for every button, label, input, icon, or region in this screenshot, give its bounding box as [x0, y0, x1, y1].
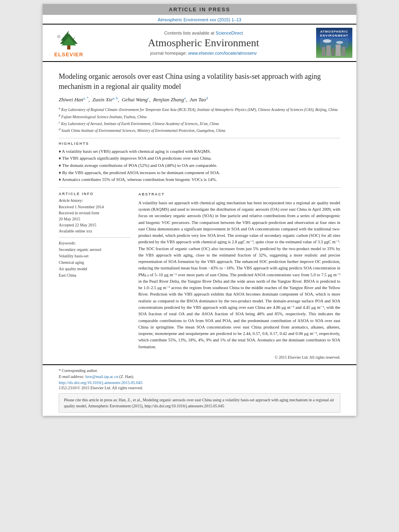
science-direct-prefix: Contents lists available at [164, 31, 216, 35]
article-info-label: ARTICLE INFO [59, 192, 131, 196]
journal-center: Contents lists available at ScienceDirec… [95, 31, 312, 55]
author-2: Zuxin Xie [93, 97, 113, 103]
author-4-sup: a [184, 96, 186, 100]
keyword-5: East China [59, 272, 131, 279]
journal-ref-text: Atmospheric Environment xxx (2015) 1–13 [158, 17, 241, 22]
corresponding-note: * Corresponding author. [59, 368, 340, 373]
two-column-section: ARTICLE INFO Article history: Received 1… [59, 187, 340, 361]
page: ARTICLE IN PRESS Atmospheric Environment… [43, 4, 356, 416]
journal-title-header: Atmospheric Environment [95, 37, 312, 49]
journal-ref: Atmospheric Environment xxx (2015) 1–13 [43, 15, 356, 24]
divider-1 [59, 237, 131, 238]
author-1-sup: a, * [83, 96, 88, 100]
author-1: Zhiwei Han [59, 97, 83, 103]
affil-2: b Fujian Meteorological Science Institut… [59, 113, 340, 120]
svg-point-15 [336, 41, 343, 44]
svg-rect-12 [336, 45, 341, 56]
homepage-prefix: journal homepage: [150, 51, 188, 55]
homepage-url[interactable]: www.elsevier.com/locate/atmosenv [188, 51, 257, 55]
citation-box: Please cite this article in press as: Ha… [59, 393, 340, 413]
elsevier-logo: ELSEVIER [47, 29, 91, 58]
highlight-1: A volatility basis set (VBS) approach wi… [59, 148, 340, 155]
atm-logo-line1: ATMOSPHERIC [320, 30, 348, 34]
abstract-paragraph: A volatility basis set approach with che… [138, 200, 340, 350]
affil-1: a Key Laboratory of Regional Climate–Env… [59, 106, 340, 113]
corresponding-label: * Corresponding author. [59, 368, 98, 373]
keyword-1: Secondary organic aerosol [59, 246, 131, 253]
svg-rect-11 [332, 48, 335, 56]
highlights-section: HIGHLIGHTS A volatility basis set (VBS) … [59, 138, 340, 183]
history-revised-date: 20 May 2015 [59, 216, 131, 222]
banner-text: ARTICLE IN PRESS [169, 6, 230, 12]
elsevier-label: ELSEVIER [54, 51, 83, 58]
svg-rect-13 [342, 47, 346, 56]
highlight-5: Aromatics contributes 55% of SOA, wherea… [59, 176, 340, 183]
atm-logo-text: ATMOSPHERIC ENVIRONMENT [320, 30, 348, 38]
science-direct-line: Contents lists available at ScienceDirec… [95, 31, 312, 35]
citation-text: Please cite this article in press as: Ha… [64, 398, 334, 408]
issn-line: 1352-2310/© 2015 Elsevier Ltd. All right… [59, 386, 340, 390]
highlight-3: The domain average contributions of POA … [59, 162, 340, 169]
keywords-list: Secondary organic aerosol Volatility bas… [59, 246, 131, 279]
affil-3: c Key Laboratory of Aerosol, Institute o… [59, 120, 340, 127]
science-direct-link[interactable]: ScienceDirect [216, 31, 243, 35]
atmospheric-environment-logo: ATMOSPHERIC ENVIRONMENT [316, 28, 352, 58]
author-3: Gehui Wang [122, 97, 148, 103]
journal-homepage-line: journal homepage: www.elsevier.com/locat… [95, 51, 312, 55]
keyword-4: Air quality model [59, 266, 131, 272]
highlights-list: A volatility basis set (VBS) approach wi… [59, 148, 340, 183]
elsevier-tree-icon [53, 29, 85, 51]
keyword-2: Volatility basis-set [59, 253, 131, 259]
author-5: Jun Tao [189, 97, 206, 103]
atm-logo-line2: ENVIRONMENT [320, 34, 348, 38]
email-prefix: E-mail address: [59, 374, 85, 379]
highlights-label: HIGHLIGHTS [59, 142, 340, 146]
svg-point-6 [57, 35, 60, 38]
keyword-3: Chemical aging [59, 259, 131, 266]
atm-env-illustration-icon [318, 38, 350, 56]
email-line: E-mail address: hzw@mail.iap.ac.cn (Z. H… [59, 374, 340, 379]
abstract-label: ABSTRACT [138, 192, 340, 197]
journal-header: ELSEVIER Contents lists available at Sci… [43, 24, 356, 62]
author-3-sup: c [148, 96, 149, 100]
footer-section: * Corresponding author. E-mail address: … [43, 364, 356, 416]
abstract-column: ABSTRACT A volatility basis set approach… [138, 192, 340, 361]
article-info-column: ARTICLE INFO Article history: Received 1… [59, 192, 131, 361]
svg-rect-10 [327, 45, 331, 56]
copyright-line: © 2015 Elsevier Ltd. All rights reserved… [138, 353, 340, 361]
author-4: Renjian Zhang [153, 97, 184, 103]
abstract-text: A volatility basis set approach with che… [138, 200, 340, 350]
highlight-2: The VBS approach significantly improves … [59, 155, 340, 162]
doi-link[interactable]: http://dx.doi.org/10.1016/j.atmosenv.201… [59, 380, 340, 385]
history-revised-label: Received in revised form [59, 210, 131, 216]
history-received: Received 1 November 2014 [59, 204, 131, 210]
history-accepted: Accepted 22 May 2015 [59, 222, 131, 228]
highlight-4: By the VBS approach, the predicted ASOA … [59, 169, 340, 177]
email-address[interactable]: hzw@mail.iap.ac.cn [85, 374, 118, 379]
affiliations: a Key Laboratory of Regional Climate–Env… [59, 106, 340, 134]
authors: Zhiwei Hana, *, Zuxin Xiea, b, Gehui Wan… [59, 96, 340, 104]
author-5-sup: d [206, 96, 208, 100]
svg-point-14 [323, 39, 331, 43]
article-history-title: Article history: [59, 198, 131, 203]
email-suffix: (Z. Han). [119, 374, 134, 379]
author-2-sup: a, b [113, 96, 118, 100]
article-title: Modeling organic aerosols over east Chin… [59, 72, 340, 92]
history-online: Available online xxx [59, 228, 131, 234]
article-in-press-banner: ARTICLE IN PRESS [43, 4, 356, 15]
keywords-title: Keywords: [59, 241, 131, 245]
svg-rect-9 [322, 47, 325, 56]
affil-4: d South China Institute of Environmental… [59, 127, 340, 134]
article-body: Modeling organic aerosols over east Chin… [43, 62, 356, 364]
